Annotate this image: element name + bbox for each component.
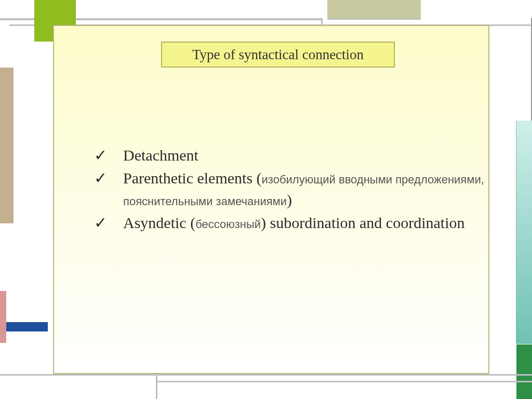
check-icon: ✓ [109, 212, 123, 234]
accent-red-strip [0, 291, 6, 343]
bullet-list: ✓Detachment ✓Parenthetic elements (изоби… [109, 144, 509, 235]
frame-line-bottom-v [156, 374, 157, 399]
item-text: Asyndetic [123, 214, 187, 231]
check-icon: ✓ [109, 167, 123, 189]
accent-teal-strip [516, 121, 532, 344]
item-note-ru: бессоюзный [195, 218, 261, 231]
item-text: Parenthetic elements [123, 169, 252, 187]
frame-line-bottom-1 [0, 374, 532, 376]
item-tail: subordination and coordination [266, 214, 464, 231]
paren-close: ) [261, 214, 266, 231]
check-icon: ✓ [109, 144, 123, 166]
slide-panel: Type of syntactical connection ✓Detachme… [53, 25, 489, 374]
accent-blue-bar [6, 322, 48, 331]
paren-open: ( [190, 214, 195, 231]
accent-tan-strip [0, 68, 14, 223]
slide-title: Type of syntactical connection [192, 47, 364, 63]
paren-open: ( [257, 169, 262, 187]
paren-close: ) [287, 191, 292, 208]
list-item: ✓Asyndetic (бессоюзный) subordination an… [109, 212, 509, 234]
accent-green-strip [516, 344, 532, 399]
accent-olive-tab [327, 0, 421, 20]
list-item: ✓Detachment [109, 144, 509, 166]
slide-title-box: Type of syntactical connection [161, 42, 395, 68]
item-text: Detachment [123, 147, 198, 164]
list-item: ✓Parenthetic elements (изобилующий вводн… [109, 167, 509, 211]
frame-line-bottom-2 [156, 381, 532, 382]
